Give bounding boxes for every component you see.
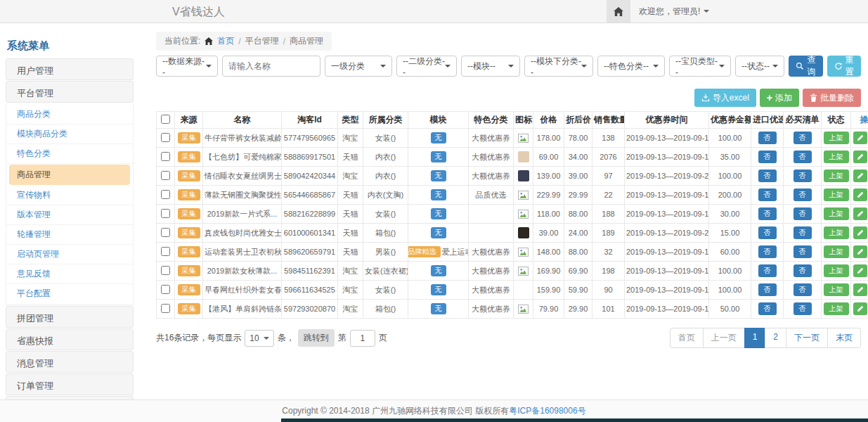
sidebar-group[interactable]: 消息管理 (6, 351, 134, 373)
sales-count-cell: 90 (592, 281, 625, 300)
must-buy-toggle[interactable]: 否 (793, 245, 812, 258)
sidebar-item[interactable]: 模块商品分类 (6, 124, 133, 144)
per-page-select[interactable]: 10 (245, 330, 273, 347)
refresh-icon (834, 62, 843, 70)
import-select-toggle[interactable]: 否 (758, 188, 777, 201)
status-badge[interactable]: 上架 (824, 170, 849, 182)
edit-button[interactable] (853, 226, 867, 239)
must-buy-toggle[interactable]: 否 (793, 170, 812, 182)
edit-button[interactable] (853, 283, 867, 296)
sidebar-group[interactable]: 订单管理 (6, 373, 134, 395)
home-button[interactable] (607, 0, 630, 23)
sidebar-group-users[interactable]: 用户管理 (6, 58, 134, 80)
search-button[interactable]: 查询 (789, 56, 823, 77)
status-badge[interactable]: 上架 (824, 151, 849, 163)
import-select-toggle[interactable]: 否 (758, 283, 777, 296)
module-cell-td: 品牌精选爱上运动 (408, 243, 469, 262)
filter-select[interactable]: --特色分类-- (597, 56, 665, 77)
taoke-id-cell: 588216228899 (282, 205, 338, 224)
broken-image-icon (518, 191, 529, 200)
edit-button[interactable] (853, 151, 867, 163)
page-button[interactable]: 上一页 (703, 328, 745, 348)
row-checkbox[interactable] (161, 190, 170, 199)
name-search-input[interactable] (222, 56, 320, 77)
status-badge[interactable]: 上架 (824, 207, 849, 220)
sidebar-item[interactable]: 宣传物料 (6, 186, 133, 205)
import-select-toggle[interactable]: 否 (758, 207, 777, 220)
sidebar-group[interactable]: 省惠快报 (6, 328, 134, 350)
status-badge[interactable]: 上架 (824, 188, 849, 201)
must-buy-toggle[interactable]: 否 (793, 207, 812, 220)
status-badge[interactable]: 上架 (824, 264, 849, 277)
sidebar-item[interactable]: 版本管理 (6, 205, 133, 225)
import-select-toggle[interactable]: 否 (758, 226, 777, 239)
row-checkbox[interactable] (161, 209, 170, 218)
import-excel-button[interactable]: 导入excel (694, 89, 756, 107)
must-buy-toggle[interactable]: 否 (793, 132, 812, 144)
status-badge[interactable]: 上架 (824, 132, 849, 144)
row-checkbox[interactable] (161, 152, 170, 161)
edit-button[interactable] (853, 245, 867, 258)
sidebar-group-platform[interactable]: 平台管理 (6, 81, 134, 103)
breadcrumb-home-link[interactable]: 首页 (217, 35, 234, 47)
sidebar-item-active[interactable]: 商品管理 (9, 165, 130, 185)
status-badge[interactable]: 上架 (824, 226, 849, 239)
add-button[interactable]: + 添加 (760, 89, 799, 107)
row-checkbox[interactable] (161, 285, 170, 294)
import-select-toggle[interactable]: 否 (758, 245, 777, 258)
row-checkbox[interactable] (161, 247, 170, 256)
select-all-checkbox[interactable] (161, 115, 170, 124)
edit-button[interactable] (853, 188, 867, 201)
import-select-toggle[interactable]: 否 (758, 170, 777, 182)
edit-button[interactable] (853, 302, 867, 315)
import-select-toggle[interactable]: 否 (758, 151, 777, 163)
must-buy-toggle[interactable]: 否 (793, 283, 812, 296)
page-button[interactable]: 2 (765, 328, 786, 348)
edit-button[interactable] (853, 132, 867, 144)
sidebar-item[interactable]: 启动页管理 (6, 245, 133, 264)
icp-link[interactable]: 粤ICP备16098006号 (509, 405, 585, 417)
status-badge[interactable]: 上架 (824, 283, 849, 296)
row-checkbox[interactable] (161, 266, 170, 275)
status-badge[interactable]: 上架 (824, 245, 849, 258)
sidebar-group[interactable]: 拼团管理 (6, 306, 134, 328)
filter-select[interactable]: --状态-- (735, 56, 784, 77)
sidebar-item[interactable]: 平台配置 (6, 284, 133, 303)
import-select-toggle[interactable]: 否 (758, 264, 777, 277)
sidebar-item[interactable]: 意见反馈 (6, 264, 133, 284)
filter-select[interactable]: --二级分类-- (396, 56, 457, 77)
row-checkbox[interactable] (161, 228, 170, 237)
import-select-toggle[interactable]: 否 (758, 302, 777, 315)
status-badge[interactable]: 上架 (824, 302, 849, 315)
reset-button[interactable]: 重置 (827, 56, 862, 77)
import-select-toggle[interactable]: 否 (758, 132, 777, 144)
sidebar-item[interactable]: 商品分类 (6, 105, 133, 124)
filter-select[interactable]: --模块-- (461, 56, 520, 77)
filter-select[interactable]: --数据来源-- (156, 56, 218, 77)
edit-button[interactable] (853, 207, 867, 220)
user-menu[interactable]: 欢迎您，管理员! (630, 6, 718, 18)
page-button[interactable]: 首页 (670, 328, 704, 348)
page-button[interactable]: 末页 (827, 328, 861, 348)
row-checkbox[interactable] (161, 133, 170, 142)
edit-button[interactable] (853, 170, 867, 182)
page-button[interactable]: 1 (744, 328, 766, 348)
sidebar-item[interactable]: 特色分类 (6, 144, 133, 164)
row-checkbox[interactable] (161, 304, 170, 313)
must-buy-toggle[interactable]: 否 (793, 226, 812, 239)
jump-page-input[interactable] (350, 330, 375, 347)
filter-select[interactable]: --宝贝类型-- (669, 56, 731, 77)
must-buy-toggle[interactable]: 否 (793, 264, 812, 277)
must-buy-toggle[interactable]: 否 (793, 151, 812, 163)
sidebar-item[interactable]: 轮播管理 (6, 225, 133, 245)
row-checkbox[interactable] (161, 171, 170, 180)
sales-count-cell: 198 (592, 262, 625, 281)
must-buy-toggle[interactable]: 否 (793, 188, 812, 201)
edit-button[interactable] (853, 264, 867, 277)
filter-select[interactable]: --模块下分类-- (524, 56, 593, 77)
filter-select[interactable]: 一级分类 (325, 56, 392, 77)
must-buy-toggle[interactable]: 否 (793, 302, 812, 315)
page-button[interactable]: 下一页 (786, 328, 828, 348)
jump-button[interactable]: 跳转到 (298, 329, 335, 347)
batch-delete-button[interactable]: 批量删除 (803, 89, 861, 107)
